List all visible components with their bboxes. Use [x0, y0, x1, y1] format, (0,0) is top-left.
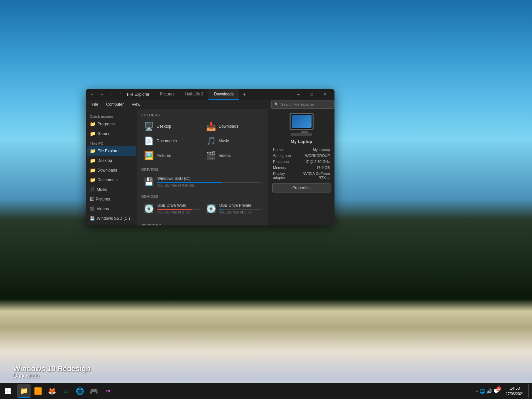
- new-tab-button[interactable]: +: [240, 90, 248, 98]
- sidebar-item-music[interactable]: 🎵 Music: [87, 185, 136, 194]
- quick-access-label: Quick access: [86, 112, 137, 119]
- window-controls: ─ □ ✕: [292, 89, 332, 100]
- nav-buttons: ← → ↑ ˅: [88, 90, 124, 98]
- videos-folder-icon: 🎬: [206, 151, 216, 160]
- processor-value: i7 @ 2.30 GHz: [296, 159, 331, 165]
- file-explorer-window: ← → ↑ ˅ File Explorer Pictures Half-Life…: [86, 89, 334, 225]
- time-display: 14:53: [506, 386, 524, 391]
- menu-bar: File Computer View 🔍 Search File Explore…: [86, 100, 334, 109]
- drive-icon: 💾: [144, 177, 154, 187]
- taskbar-firefox[interactable]: 🦊: [45, 384, 59, 398]
- folder-icon: 📁: [90, 177, 95, 183]
- folder-pictures[interactable]: 🖼️ Pictures: [141, 149, 202, 162]
- forward-button[interactable]: →: [98, 90, 106, 98]
- sidebar-item-downloads[interactable]: 📁 Downloads: [87, 166, 136, 175]
- bottom-text-overlay: Windows 10 Redesign Dark Mode: [13, 364, 90, 379]
- folder-desktop[interactable]: 🖥️ Desktop: [141, 120, 202, 133]
- menu-computer[interactable]: Computer: [103, 100, 127, 108]
- name-value: My Laptop: [296, 147, 331, 153]
- devices-label: Devices: [86, 223, 137, 225]
- device-usb-work-info: USB Drive Work 356 GB free of 2 TB: [157, 203, 200, 214]
- devices-grid: 💽 USB Drive Work 356 GB free of 2 TB 💽 U…: [141, 201, 264, 218]
- back-button[interactable]: ←: [88, 90, 96, 98]
- pictures-icon: 🖼: [90, 197, 94, 201]
- driver-windows-ssd[interactable]: 💾 Windows SSD (C:) 356 GB free of 936 GB: [141, 174, 264, 189]
- sidebar-item-desktop[interactable]: 📁 Desktop: [87, 156, 136, 165]
- usb-private-icon: 💽: [206, 204, 216, 213]
- documents-folder-icon: 📄: [144, 136, 154, 146]
- notification-icon[interactable]: 💬 22: [493, 388, 499, 394]
- drivers-list: 💾 Windows SSD (C:) 356 GB free of 936 GB: [141, 174, 264, 189]
- folder-videos[interactable]: 🎬 Videos: [203, 149, 264, 162]
- sidebar-item-games[interactable]: 📁 Games: [87, 129, 136, 138]
- taskbar-app-orange[interactable]: 🟧: [31, 384, 45, 398]
- tab-halflife2[interactable]: Half-Life 2: [180, 89, 209, 100]
- sidebar-item-documents[interactable]: 📁 Documents: [87, 175, 136, 185]
- sidebar-item-windows-ssd[interactable]: 💾 Windows SSD (C:): [87, 214, 136, 223]
- sidebar-item-programs[interactable]: 📁 Programs: [87, 119, 136, 129]
- folder-music[interactable]: 🎵 Music: [203, 134, 264, 148]
- notification-badge: 22: [496, 386, 501, 391]
- folder-icon: 📁: [90, 168, 95, 173]
- windows-logo-icon: [5, 388, 11, 394]
- start-button[interactable]: [0, 383, 16, 399]
- recent-button[interactable]: ˅: [116, 90, 124, 98]
- taskbar-edge[interactable]: 🌐: [73, 384, 86, 398]
- show-desktop-button[interactable]: [528, 384, 529, 398]
- folder-icon: 📁: [90, 148, 95, 154]
- taskbar-spotify[interactable]: ♫: [59, 384, 72, 398]
- folders-section-title: Folders: [141, 113, 264, 117]
- network-section-title: Network: [141, 223, 264, 225]
- maximize-button[interactable]: □: [305, 89, 319, 100]
- info-table: Name My Laptop Workgroup WORKGROUP Proce…: [272, 147, 331, 181]
- folder-downloads[interactable]: 📥 Downloads: [203, 120, 264, 133]
- sidebar-item-pictures[interactable]: 🖼 Pictures: [87, 195, 136, 204]
- device-usb-private[interactable]: 💽 USB Drive Private 960 GB free of 1 TB: [203, 201, 264, 216]
- sidebar-item-file-explorer[interactable]: 📁 File Explorer: [87, 146, 136, 156]
- info-panel: My Laptop Name My Laptop Workgroup WORKG…: [268, 109, 334, 225]
- monitor-screen: [292, 115, 312, 128]
- tab-downloads[interactable]: Downloads: [208, 89, 239, 100]
- properties-button[interactable]: Properties: [272, 183, 331, 193]
- taskbar-xd[interactable]: Xd: [101, 384, 114, 398]
- taskbar-apps: 📁 🟧 🦊 ♫ 🌐 🎮 Xd: [16, 384, 116, 398]
- drivers-section-title: Drivers: [141, 168, 264, 172]
- taskbar-steam[interactable]: 🎮: [87, 384, 100, 398]
- taskbar-clock[interactable]: 14:53 17/03/2021: [503, 386, 527, 396]
- minimize-button[interactable]: ─: [292, 89, 305, 100]
- folder-icon: 📁: [90, 158, 95, 163]
- device-usb-work[interactable]: 💽 USB Drive Work 356 GB free of 2 TB: [141, 201, 202, 216]
- folder-icon: 📁: [90, 131, 95, 136]
- computer-illustration: [287, 113, 317, 136]
- menu-file[interactable]: File: [88, 100, 101, 108]
- sidebar-item-videos[interactable]: 🎬 Videos: [87, 204, 136, 213]
- pictures-folder-icon: 🖼️: [144, 151, 154, 160]
- memory-value: 16.0 GB: [296, 165, 331, 171]
- search-icon: 🔍: [274, 102, 279, 107]
- tab-pictures[interactable]: Pictures: [155, 89, 180, 100]
- keyboard: [291, 133, 312, 136]
- desktop-folder-icon: 🖥️: [144, 122, 154, 131]
- search-input[interactable]: Search File Explorer: [281, 102, 332, 106]
- drive-icon: 💾: [90, 216, 95, 221]
- workgroup-label: Workgroup: [272, 153, 296, 159]
- chevron-icon[interactable]: ∧: [476, 389, 478, 393]
- network-tray-icon[interactable]: 🌐: [479, 388, 485, 394]
- explorer-body: Quick access 📁 Programs 📁 Games This PC …: [86, 109, 334, 225]
- taskbar-file-explorer[interactable]: 📁: [17, 384, 31, 398]
- title-bar: ← → ↑ ˅ File Explorer Pictures Half-Life…: [86, 89, 334, 100]
- music-icon: 🎵: [90, 187, 95, 192]
- overlay-title: Windows 10 Redesign: [13, 364, 90, 373]
- up-button[interactable]: ↑: [107, 90, 115, 98]
- info-panel-title: My Laptop: [291, 139, 312, 144]
- menu-view[interactable]: View: [128, 100, 144, 108]
- tabs: Pictures Half-Life 2 Downloads +: [155, 89, 248, 100]
- workgroup-value: WORKGROUP: [296, 153, 331, 159]
- sidebar: Quick access 📁 Programs 📁 Games This PC …: [86, 109, 137, 225]
- close-button[interactable]: ✕: [319, 89, 332, 100]
- search-container: 🔍 Search File Explorer: [271, 100, 334, 109]
- main-content: Folders 🖥️ Desktop 📥 Downloads 📄 Documen…: [137, 109, 268, 225]
- folder-documents[interactable]: 📄 Documents: [141, 134, 202, 148]
- volume-icon[interactable]: 🔊: [486, 388, 492, 394]
- taskbar-right: ∧ 🌐 🔊 💬 22 14:53 17/03/2021: [473, 384, 532, 398]
